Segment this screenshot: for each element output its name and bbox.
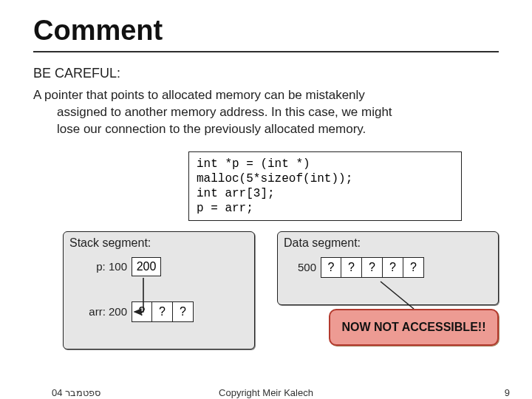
heap-cell: ? (321, 257, 341, 278)
arr-cells: ? ? ? (132, 301, 194, 322)
stack-row-arr: arr: 200 ? ? ? (69, 301, 248, 322)
stack-segment-label: Stack segment: (69, 236, 248, 250)
body-text: A pointer that points to allocated memor… (33, 87, 502, 138)
heap-cell: ? (403, 257, 424, 278)
heap-cell: ? (383, 257, 403, 278)
p-address-label: p: 100 (69, 260, 127, 273)
body-line-3: lose our connection to the previously al… (33, 121, 502, 138)
arr-address-label: arr: 200 (69, 305, 127, 318)
stack-segment-box: Stack segment: p: 100 200 arr: 200 ? ? ? (63, 231, 255, 349)
p-value-cell: 200 (132, 257, 161, 276)
warning-text: NOW NOT ACCESSIBLE!! (342, 321, 486, 334)
subtitle: BE CAREFUL: (33, 66, 502, 81)
data-segment-label: Data segment: (284, 236, 492, 250)
body-line-1: A pointer that points to allocated memor… (33, 88, 365, 102)
arr-cell: ? (173, 301, 194, 322)
segments-area: Stack segment: p: 100 200 arr: 200 ? ? ? (33, 231, 502, 364)
footer-copyright: Copyright Meir Kalech (0, 387, 532, 398)
warning-callout: NOW NOT ACCESSIBLE!! (329, 309, 499, 346)
arr-cell: ? (152, 301, 173, 322)
code-line-2: int arr[3]; (197, 186, 454, 201)
title-underline (33, 51, 499, 52)
slide: Comment BE CAREFUL: A pointer that point… (0, 0, 532, 399)
stack-row-p: p: 100 200 (69, 257, 248, 276)
code-box: int *p = (int *) malloc(5*sizeof(int)); … (188, 151, 462, 221)
code-line-1: int *p = (int *) malloc(5*sizeof(int)); (197, 157, 454, 186)
pointer-arrow (64, 232, 256, 350)
body-line-2: assigned to another memory address. In t… (33, 104, 502, 121)
heap-cell: ? (341, 257, 362, 278)
arr-cell: ? (132, 301, 152, 322)
data-segment-box: Data segment: 500 ? ? ? ? ? (277, 231, 499, 305)
footer-page-number: 9 (505, 387, 510, 398)
code-line-3: p = arr; (197, 201, 454, 216)
heap-cells: ? ? ? ? ? (321, 257, 424, 278)
heap-address: 500 (284, 261, 316, 273)
data-row: 500 ? ? ? ? ? (284, 257, 492, 278)
slide-title: Comment (33, 15, 502, 47)
heap-cell: ? (362, 257, 383, 278)
